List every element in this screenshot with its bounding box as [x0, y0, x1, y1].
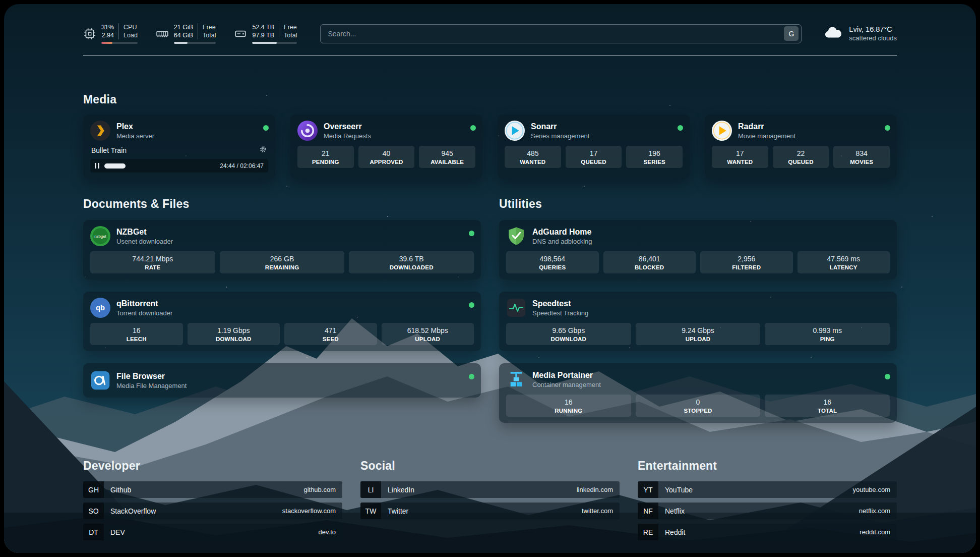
status-dot [678, 125, 683, 131]
stat-box: 196SERIES [626, 146, 683, 168]
now-playing-title: Bullet Train [91, 146, 127, 154]
media-section-title: Media [83, 93, 897, 106]
cpu-load-label: Load [124, 31, 138, 39]
status-dot [469, 231, 474, 236]
disk-icon [234, 27, 247, 40]
bookmark-url: github.com [303, 486, 336, 493]
disk-widget: 52.4 TB 97.9 TB Free Total [234, 23, 297, 44]
bookmark-github[interactable]: GH Github github.com [83, 481, 342, 498]
pause-button[interactable] [95, 163, 99, 169]
section-media: Media Plex Media server Bullet Train [83, 93, 897, 179]
sonarr-icon [505, 121, 525, 141]
stat-box: 2,956FILTERED [700, 251, 793, 273]
dashboard-screen: 31% 2.94 CPU Load [4, 4, 976, 553]
stat-box: 1.19 GbpsDOWNLOAD [188, 323, 280, 345]
utilities-section-title: Utilities [499, 197, 897, 211]
radarr-card[interactable]: Radarr Movie management 17WANTED 22QUEUE… [705, 115, 897, 179]
search-engine-button[interactable]: G [784, 26, 799, 41]
weather-condition: scattered clouds [849, 34, 897, 42]
cpu-icon [83, 27, 96, 40]
svg-text:qb: qb [96, 304, 105, 312]
bookmark-youtube[interactable]: YT YouTube youtube.com [638, 481, 897, 498]
bookmark-url: twitter.com [582, 507, 613, 515]
bookmark-name: StackOverflow [110, 507, 156, 515]
bookmark-linkedin[interactable]: LI LinkedIn linkedin.com [360, 481, 620, 498]
stat-box: 618.52 MbpsUPLOAD [382, 323, 474, 345]
svg-text:nzbget: nzbget [94, 234, 106, 239]
section-utilities: Utilities AdGuard Home DNS and adblockin… [499, 197, 897, 423]
nzbget-card[interactable]: nzbget NZBGet Usenet downloader 744.21 M… [83, 220, 481, 280]
ram-free-value: 21 GiB [174, 23, 193, 31]
status-dot [263, 125, 269, 131]
disk-free-label: Free [284, 23, 297, 31]
ram-free-label: Free [203, 23, 216, 31]
stat-box: 40APPROVED [358, 146, 415, 168]
bookmark-twitter[interactable]: TW Twitter twitter.com [360, 503, 620, 519]
plex-card[interactable]: Plex Media server Bullet Train [83, 115, 275, 179]
app-name: Speedtest [532, 299, 588, 308]
app-subtitle: Container management [532, 381, 601, 388]
stat-box: 16RUNNING [506, 395, 631, 417]
app-subtitle: Media server [116, 132, 154, 140]
bookmark-abbr: RE [638, 524, 658, 540]
speedtest-card[interactable]: Speedtest Speedtest Tracking 9.65 GbpsDO… [499, 292, 897, 351]
bookmark-abbr: YT [638, 481, 658, 498]
stat-box: 485WANTED [505, 146, 561, 168]
app-name: qBittorrent [116, 299, 172, 308]
overseerr-card[interactable]: Overseerr Media Requests 21PENDING 40APP… [290, 115, 482, 179]
section-developer: Developer GH Github github.com SO StackO… [83, 459, 342, 540]
stat-box: 21PENDING [297, 146, 354, 168]
disk-total-label: Total [284, 31, 297, 39]
radarr-icon [712, 121, 732, 141]
stat-box: 0.993 msPING [765, 323, 890, 345]
bookmark-reddit[interactable]: RE Reddit reddit.com [638, 524, 897, 540]
bookmark-name: Twitter [388, 507, 408, 515]
stat-box: 39.6 TBDOWNLOADED [349, 251, 474, 273]
plex-icon [90, 121, 110, 141]
bookmark-abbr: SO [83, 503, 104, 519]
playback-progress[interactable] [104, 163, 215, 169]
qbittorrent-icon: qb [90, 298, 110, 318]
bookmark-url: stackoverflow.com [282, 507, 336, 515]
search-input[interactable] [328, 30, 784, 38]
bookmark-url: netflix.com [859, 507, 890, 515]
bookmark-netflix[interactable]: NF Netflix netflix.com [638, 503, 897, 519]
speedtest-icon [506, 298, 526, 318]
status-dot [470, 125, 476, 131]
portainer-card[interactable]: Media Portainer Container management 16R… [499, 363, 897, 423]
bookmark-url: reddit.com [860, 528, 890, 536]
cpu-usage-value: 31% [101, 23, 114, 31]
system-stats: 31% 2.94 CPU Load [83, 23, 297, 44]
app-subtitle: Torrent downloader [116, 309, 172, 317]
bookmark-stackoverflow[interactable]: SO StackOverflow stackoverflow.com [83, 503, 342, 519]
gear-icon[interactable] [259, 145, 267, 155]
bookmark-url: linkedin.com [577, 486, 613, 493]
filebrowser-icon [90, 370, 110, 391]
search-bar[interactable]: G [320, 24, 802, 43]
app-subtitle: Usenet downloader [116, 238, 173, 245]
disk-total-value: 97.9 TB [252, 31, 274, 39]
app-name: Radarr [738, 122, 795, 131]
stat-box: 945AVAILABLE [419, 146, 475, 168]
bookmark-name: Reddit [665, 528, 685, 536]
sonarr-card[interactable]: Sonarr Series management 485WANTED 17QUE… [498, 115, 690, 179]
developer-section-title: Developer [83, 459, 342, 473]
bookmark-url: dev.to [319, 528, 336, 536]
adguard-card[interactable]: AdGuard Home DNS and adblocking 498,564Q… [499, 220, 897, 280]
app-name: Sonarr [531, 122, 589, 131]
bookmark-dev[interactable]: DT DEV dev.to [83, 524, 342, 540]
app-name: AdGuard Home [532, 228, 592, 237]
bookmark-abbr: TW [360, 503, 381, 519]
stat-box: 22QUEUED [773, 146, 829, 168]
documents-section-title: Documents & Files [83, 197, 481, 211]
cpu-widget: 31% 2.94 CPU Load [83, 23, 138, 44]
stat-box: 744.21 MbpsRATE [90, 251, 215, 273]
stat-box: 9.24 GbpsUPLOAD [636, 323, 761, 345]
ram-widget: 21 GiB 64 GiB Free Total [156, 23, 216, 44]
app-subtitle: DNS and adblocking [532, 238, 592, 245]
stat-box: 16TOTAL [765, 395, 890, 417]
playback-time: 24:44 / 02:06:47 [220, 162, 264, 170]
qbittorrent-card[interactable]: qb qBittorrent Torrent downloader 16LEEC… [83, 292, 481, 351]
filebrowser-card[interactable]: File Browser Media File Management [83, 363, 481, 398]
stat-box: 471SEED [284, 323, 377, 345]
